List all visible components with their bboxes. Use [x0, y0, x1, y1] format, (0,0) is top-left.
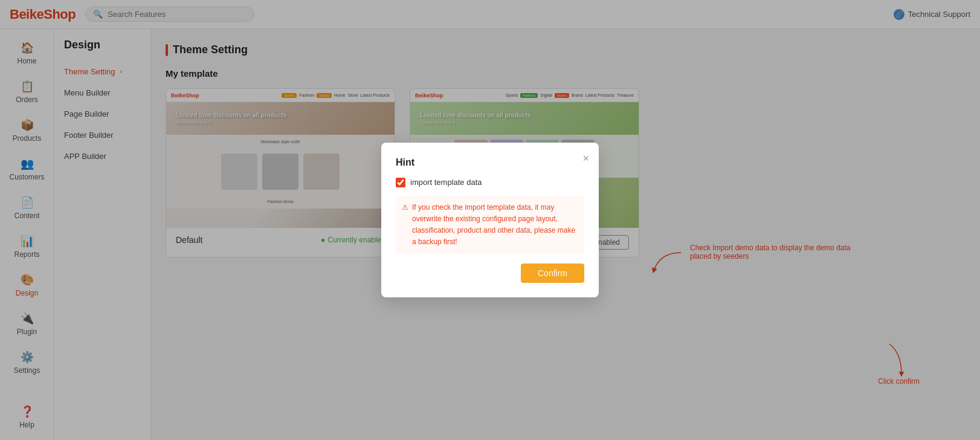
- modal-warning: ⚠ If you check the import template data,…: [396, 196, 584, 254]
- modal-checkbox-row: import template data: [396, 178, 584, 187]
- modal-warning-text: If you check the import template data, i…: [412, 202, 578, 248]
- modal-footer: Confirm: [396, 264, 584, 283]
- import-template-label: import template data: [410, 178, 482, 187]
- modal-close-button[interactable]: ×: [582, 152, 589, 165]
- confirm-button[interactable]: Confirm: [521, 264, 584, 283]
- warning-icon: ⚠: [402, 202, 408, 248]
- modal-title: Hint: [396, 157, 584, 168]
- modal-overlay[interactable]: Hint × import template data ⚠ If you che…: [0, 0, 980, 440]
- hint-modal: Hint × import template data ⚠ If you che…: [381, 143, 599, 298]
- import-template-checkbox[interactable]: [396, 178, 405, 187]
